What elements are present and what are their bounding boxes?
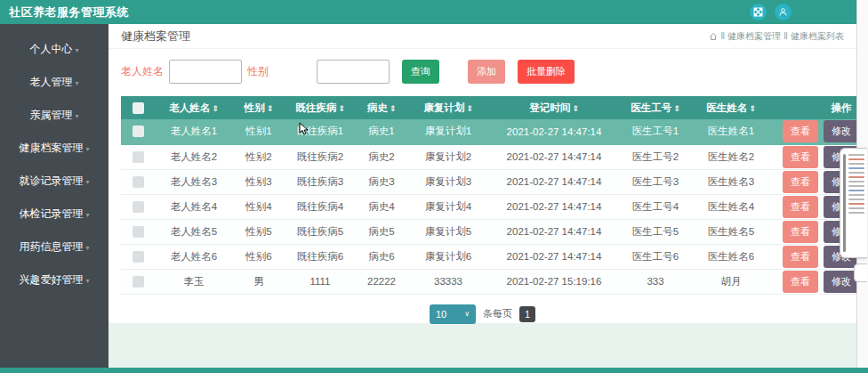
sidebar-item-5[interactable]: 体检记录管理▾ xyxy=(0,198,108,231)
column-header-2[interactable]: 性别⇕ xyxy=(233,96,285,119)
cell-gender: 性别6 xyxy=(233,244,285,269)
cell-time: 2021-02-27 14:47:14 xyxy=(489,244,619,269)
row-checkbox[interactable] xyxy=(133,201,144,213)
row-checkbox[interactable] xyxy=(133,276,144,288)
view-button[interactable]: 查看 xyxy=(783,196,818,218)
caret-down-icon: ▾ xyxy=(75,46,78,54)
table-row[interactable]: 老人姓名1性别1既往疾病1病史1康复计划12021-02-27 14:47:14… xyxy=(121,119,868,144)
floating-side-tab[interactable] xyxy=(854,264,867,282)
table-row[interactable]: 老人姓名3性别3既往疾病3病史3康复计划32021-02-27 14:47:14… xyxy=(121,169,868,194)
sidebar-item-7[interactable]: 兴趣爱好管理▾ xyxy=(0,264,108,296)
sort-icon[interactable]: ⇕ xyxy=(673,104,680,113)
add-button[interactable]: 添加 xyxy=(468,60,505,84)
gender-input[interactable] xyxy=(317,60,390,84)
cell-name: 老人姓名6 xyxy=(155,244,233,269)
sidebar-item-label: 亲属管理 xyxy=(29,108,72,123)
table-row[interactable]: 老人姓名4性别4既往疾病4病史4康复计划42021-02-27 14:47:14… xyxy=(121,194,868,219)
panel-scroll-thumb[interactable] xyxy=(843,154,846,252)
cell-time: 2021-02-27 14:47:14 xyxy=(489,169,619,194)
view-button[interactable]: 查看 xyxy=(783,271,818,293)
page-size-value: 10 xyxy=(436,309,446,320)
row-checkbox[interactable] xyxy=(133,151,144,163)
sort-icon[interactable]: ⇕ xyxy=(749,104,756,113)
edit-button[interactable]: 修改 xyxy=(824,120,859,142)
caret-down-icon: ▾ xyxy=(85,178,89,186)
view-button[interactable]: 查看 xyxy=(783,246,818,268)
elder-name-input[interactable] xyxy=(169,60,242,84)
sidebar-item-2[interactable]: 亲属管理▾ xyxy=(0,99,108,132)
current-page-button[interactable]: 1 xyxy=(519,306,535,322)
table-row[interactable]: 老人姓名2性别2既往疾病2病史2康复计划22021-02-27 14:47:14… xyxy=(121,144,868,169)
cell-gender: 性别1 xyxy=(233,119,285,144)
column-header-6[interactable]: 登记时间⇕ xyxy=(489,96,619,119)
cell-plan: 康复计划4 xyxy=(407,194,489,219)
table-row[interactable]: 老人姓名5性别5既往疾病5病史5康复计划52021-02-27 14:47:14… xyxy=(121,219,868,244)
breadcrumb-item[interactable]: 健康档案管理 xyxy=(727,30,781,43)
sort-icon[interactable]: ⇕ xyxy=(212,104,219,113)
column-header-5[interactable]: 康复计划⇕ xyxy=(407,96,489,119)
cell-doctor_id: 医生工号2 xyxy=(619,144,692,169)
sidebar-item-label: 兴趣爱好管理 xyxy=(19,272,83,288)
cell-plan: 康复计划2 xyxy=(407,144,489,169)
query-button[interactable]: 查询 xyxy=(402,60,439,84)
sidebar-item-3[interactable]: 健康档案管理▾ xyxy=(0,132,108,165)
topbar-icons xyxy=(750,4,792,20)
cell-name: 老人姓名2 xyxy=(155,144,233,169)
cell-doctor_id: 医生工号5 xyxy=(619,219,692,244)
sort-icon[interactable]: ⇕ xyxy=(466,104,473,113)
sort-icon[interactable]: ⇕ xyxy=(390,104,397,113)
cell-disease: 既往疾病6 xyxy=(285,244,356,269)
cell-doctor_name: 医生姓名1 xyxy=(692,119,770,144)
sidebar-item-label: 用药信息管理 xyxy=(19,239,83,255)
chevron-down-icon: ∨ xyxy=(464,310,470,318)
table-row[interactable]: 老人姓名6性别6既往疾病6病史6康复计划62021-02-27 14:47:14… xyxy=(121,244,868,269)
fullscreen-icon[interactable] xyxy=(750,4,767,20)
sidebar-item-label: 体检记录管理 xyxy=(19,207,83,222)
row-checkbox[interactable] xyxy=(133,251,144,263)
sidebar-item-4[interactable]: 就诊记录管理▾ xyxy=(0,165,108,198)
filter-bar: 老人姓名 性别 查询 添加 批量删除 xyxy=(108,49,856,96)
sidebar-item-1[interactable]: 老人管理▾ xyxy=(0,66,108,99)
view-button[interactable]: 查看 xyxy=(783,171,818,193)
select-all-checkbox[interactable] xyxy=(133,102,144,114)
column-header-1[interactable]: 老人姓名⇕ xyxy=(155,96,233,119)
breadcrumb-separator: Ⅱ xyxy=(720,31,725,41)
column-header-9: 操作 xyxy=(770,96,868,119)
view-button[interactable]: 查看 xyxy=(783,221,818,243)
cell-doctor_id: 医生工号6 xyxy=(619,244,692,269)
cell-history: 病史4 xyxy=(356,194,407,219)
table-row[interactable]: 李玉男111122222333332021-02-27 15:19:16333胡… xyxy=(121,269,868,294)
cell-gender: 性别2 xyxy=(233,144,285,169)
batch-delete-button[interactable]: 批量删除 xyxy=(518,60,575,84)
row-checkbox[interactable] xyxy=(133,226,144,238)
floating-side-panel[interactable] xyxy=(840,148,867,258)
cell-plan: 康复计划5 xyxy=(407,219,489,244)
sort-icon[interactable]: ⇕ xyxy=(338,104,345,113)
column-header-7[interactable]: 医生工号⇕ xyxy=(619,96,692,119)
breadcrumb-item[interactable]: 健康档案列表 xyxy=(791,30,844,43)
view-button[interactable]: 查看 xyxy=(783,146,818,168)
cell-plan: 33333 xyxy=(407,269,489,294)
table-header-row: 老人姓名⇕性别⇕既往疾病⇕病史⇕康复计划⇕登记时间⇕医生工号⇕医生姓名⇕操作 xyxy=(121,96,868,119)
sort-icon[interactable]: ⇕ xyxy=(267,104,274,113)
user-icon[interactable] xyxy=(775,4,792,20)
column-header-4[interactable]: 病史⇕ xyxy=(356,96,407,119)
view-button[interactable]: 查看 xyxy=(783,120,818,142)
sort-icon[interactable]: ⇕ xyxy=(572,104,579,113)
records-table: 老人姓名⇕性别⇕既往疾病⇕病史⇕康复计划⇕登记时间⇕医生工号⇕医生姓名⇕操作 老… xyxy=(121,96,868,295)
cell-disease: 既往疾病3 xyxy=(285,169,356,194)
column-header-8[interactable]: 医生姓名⇕ xyxy=(692,96,770,119)
topbar: 社区养老服务管理系统 xyxy=(0,0,868,24)
row-checkbox[interactable] xyxy=(133,126,144,137)
row-checkbox[interactable] xyxy=(133,176,144,188)
sidebar-item-6[interactable]: 用药信息管理▾ xyxy=(0,231,108,264)
cell-doctor_name: 医生姓名4 xyxy=(692,194,770,219)
sidebar-item-0[interactable]: 个人中心▾ xyxy=(0,33,108,66)
cell-doctor_id: 医生工号4 xyxy=(619,194,692,219)
caret-down-icon: ▾ xyxy=(75,112,78,120)
cell-name: 老人姓名4 xyxy=(155,194,233,219)
caret-down-icon: ▾ xyxy=(85,211,89,219)
column-header-3[interactable]: 既往疾病⇕ xyxy=(285,96,356,119)
page-size-select[interactable]: 10 ∨ xyxy=(430,304,476,324)
cell-time: 2021-02-27 14:47:14 xyxy=(489,144,619,169)
